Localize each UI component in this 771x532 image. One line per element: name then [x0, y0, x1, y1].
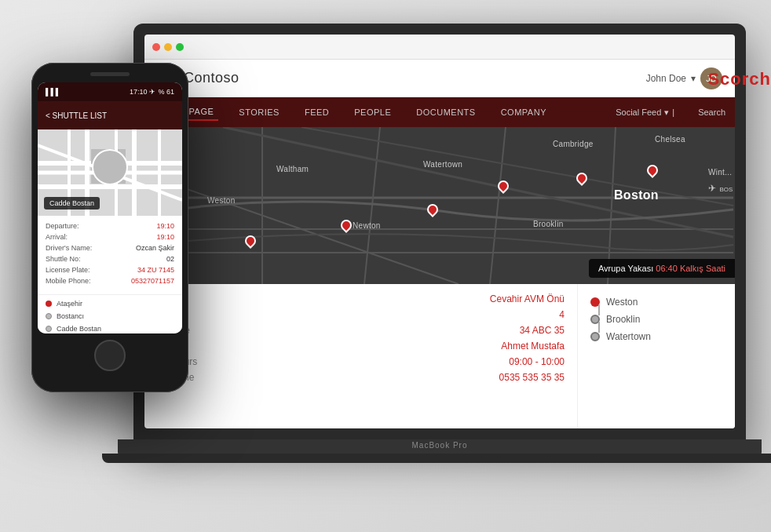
phone-info-plate: License Plate: 34 ZU 7145 [46, 266, 174, 274]
phone-home-button[interactable] [94, 340, 126, 371]
notification-banner: Avrupa Yakası 06:40 Kalkış Saati [589, 259, 735, 278]
phone-location-label: Cadde Bostan [44, 197, 100, 210]
hours-value: 09:00 - 10:00 [509, 356, 565, 367]
phone-mobile-val: 05327071157 [131, 277, 174, 285]
phone-map-mini: Cadde Bostan [38, 129, 182, 216]
map-label-chelsea: Chelsea [655, 135, 685, 144]
map-pin-1 [243, 235, 258, 253]
phone-airplane-icon: ✈ [149, 88, 155, 96]
contoso-header: C Contoso John Doe ▾ JD [144, 60, 735, 97]
phone-info-departure: Departure: 19:10 [46, 222, 174, 230]
minimize-dot[interactable] [164, 43, 172, 51]
info-panel: rture Cevahir AVM Önü 4 se plate 34 ABC … [144, 284, 735, 428]
map-pin-4 [496, 180, 510, 198]
plate-value: 34 ABC 35 [520, 325, 565, 336]
route-item-weston: Weston [590, 297, 722, 308]
phone-status-right: 17:10 ✈ % 61 [130, 88, 174, 96]
browser-topbar [144, 35, 735, 60]
nav-social-feed[interactable]: Social Feed ▾ | [616, 107, 674, 118]
phone: ▌▌▌ 17:10 ✈ % 61 < SHUTTLE LIST [31, 63, 188, 392]
phone-stop-atasehir: Ataşehir [46, 300, 174, 308]
chevron-down-icon: ▾ [664, 107, 669, 118]
nav-search[interactable]: Search [698, 107, 725, 117]
phone-back-button[interactable]: < SHUTTLE LIST [46, 111, 107, 120]
info-row-hours: ing Hours 09:00 - 10:00 [157, 356, 565, 367]
phone-info: Departure: 19:10 Arrival: 19:10 Driver's… [38, 216, 182, 294]
nav-item-people[interactable]: PEOPLE [349, 104, 396, 120]
user-name: John Doe [646, 73, 686, 84]
route-item-brooklin: Brooklin [590, 314, 722, 325]
phone-time: 17:10 [130, 88, 148, 96]
info-left: rture Cevahir AVM Önü 4 se plate 34 ABC … [144, 284, 578, 428]
phone-stop-cadde: Cadde Bostan [46, 325, 174, 333]
phone-status-bar: ▌▌▌ 17:10 ✈ % 61 [38, 82, 182, 101]
phone-plate-val: 34 ZU 7145 [137, 266, 174, 274]
info-row-phone: le Phone 0535 535 35 35 [157, 372, 565, 383]
route-line-2 [598, 322, 600, 333]
phone-screen: ▌▌▌ 17:10 ✈ % 61 < SHUTTLE LIST [38, 82, 182, 333]
phone-shuttle-label: Shuttle No: [46, 255, 81, 263]
close-dot[interactable] [152, 43, 160, 51]
phone-stop-bostanci: Bostancı [46, 312, 174, 320]
map-pin-6 [645, 165, 660, 182]
laptop-foot [102, 454, 771, 463]
phone-driver-val: Ozcan Şakir [136, 244, 174, 252]
phone-battery: % 61 [158, 88, 174, 96]
phone-arrival-label: Arrival: [46, 233, 68, 241]
svg-point-15 [93, 150, 127, 184]
route-line-1 [598, 304, 600, 315]
map-pin-5 [575, 173, 589, 190]
phone-arrival-val: 19:10 [156, 233, 174, 241]
map-label-watertown: Watertown [423, 160, 462, 169]
phone-stop-dot-gray-1 [46, 313, 52, 319]
map-label-boston: Boston [614, 188, 659, 202]
num-value: 4 [559, 309, 565, 320]
map-container: Chelsea Waltham Watertown Cambridge West… [144, 127, 735, 284]
phone-stop-dot-gray-2 [46, 326, 52, 332]
map-label-weston: Weston [207, 196, 236, 205]
phone-info-mobile: Mobile Phone: 05327071157 [46, 277, 174, 285]
map-label-cambridge: Cambridge [553, 140, 594, 148]
phone-mobile-label: Mobile Phone: [46, 277, 91, 285]
route-dot-gray-2 [590, 332, 600, 341]
chevron-down-icon: ▾ [691, 73, 696, 84]
map-label-waltham: Waltham [276, 165, 309, 173]
phone-departure-val: 19:10 [156, 222, 174, 230]
phone-info-driver: Driver's Name: Ozcan Şakir [46, 244, 174, 252]
svg-line-5 [490, 127, 506, 284]
info-row-driver: Ahmet Mustafa [157, 341, 565, 352]
phone-value: 0535 535 35 35 [499, 372, 565, 383]
svg-line-8 [223, 127, 733, 237]
route-label-watertown: Watertown [606, 331, 651, 342]
phone-signal: ▌▌▌ [46, 88, 60, 96]
phone-shuttle-val: 02 [166, 255, 174, 263]
map-pin-3 [426, 204, 440, 221]
phone-speaker [90, 72, 130, 76]
phone-driver-label: Driver's Name: [46, 244, 92, 252]
phone-info-arrival: Arrival: 19:10 [46, 233, 174, 241]
contoso-logo-text: Contoso [184, 70, 239, 86]
nav-item-stories[interactable]: STORIES [234, 104, 284, 120]
laptop-body: C Contoso John Doe ▾ JD HOME PAGE STORIE… [133, 24, 746, 439]
map-label-newton: Newton [353, 221, 381, 230]
phone-departure-label: Departure: [46, 222, 79, 230]
laptop-screen: C Contoso John Doe ▾ JD HOME PAGE STORIE… [144, 35, 735, 428]
info-right: Weston Brooklin [578, 284, 735, 428]
map-label-brooklin: Brooklin [533, 220, 564, 228]
airport-icon: ✈ BOS [708, 180, 733, 195]
route-label-brooklin: Brooklin [606, 314, 640, 325]
nav-item-feed[interactable]: FEED [300, 104, 334, 120]
scorch-label: Scorch [707, 69, 771, 89]
phone-stop-label-bostanci: Bostancı [57, 312, 84, 320]
maximize-dot[interactable] [176, 43, 184, 51]
driver-value: Ahmet Mustafa [501, 341, 565, 352]
nav-item-company[interactable]: COMPANY [496, 104, 551, 120]
phone-plate-label: License Plate: [46, 266, 90, 274]
map-pin-2 [339, 220, 353, 237]
divider-icon: | [672, 107, 674, 117]
nav-item-documents[interactable]: DOCUMENTS [411, 104, 480, 120]
scene: C Contoso John Doe ▾ JD HOME PAGE STORIE… [0, 0, 771, 532]
route-label-weston: Weston [606, 297, 638, 308]
route-item-watertown: Watertown [590, 331, 722, 342]
phone-stop-label-atasehir: Ataşehir [57, 300, 82, 308]
